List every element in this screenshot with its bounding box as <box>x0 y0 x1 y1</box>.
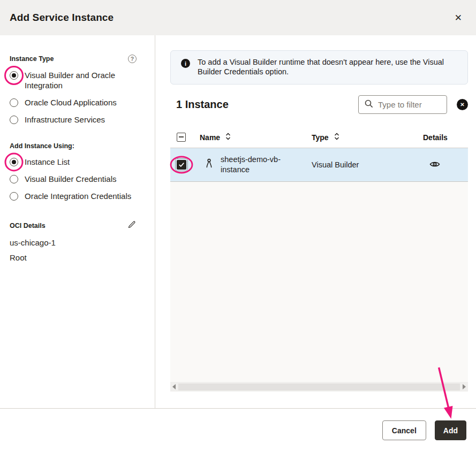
select-all-cell <box>170 133 200 142</box>
oci-region-value: us-chicago-1 <box>10 238 137 247</box>
instances-table: Name Type <box>170 127 468 392</box>
compass-icon <box>205 158 214 172</box>
radio-icon-visual-builder[interactable] <box>10 71 18 80</box>
scrollbar-right-arrow-icon[interactable] <box>463 384 466 389</box>
details-column-header: Details <box>423 133 448 142</box>
radio-label: Infrastructure Services <box>25 114 105 125</box>
dialog-body: Instance Type ? Visual Builder and Oracl… <box>0 35 476 408</box>
radio-label: Oracle Integration Credentials <box>25 191 131 201</box>
main-panel: i To add a Visual Builder runtime that d… <box>155 35 476 408</box>
table-empty-area <box>170 182 468 382</box>
radio-label: Visual Builder and Oracle Integration <box>25 70 137 90</box>
filter-input[interactable] <box>378 100 438 109</box>
details-header-cell: Details <box>423 133 468 142</box>
sort-icon-type[interactable] <box>334 132 339 143</box>
add-instance-using-label: Add Instance Using: <box>10 142 74 150</box>
info-icon: i <box>181 59 190 68</box>
instance-toolbar: 1 Instance ✕ <box>170 95 468 114</box>
oci-details-section: OCI Details us-chicago-1 Root <box>10 220 137 262</box>
radio-label: Instance List <box>25 157 70 167</box>
table-row[interactable]: sheetjs-demo-vb-instance Visual Builder <box>170 148 468 182</box>
select-all-checkbox-indeterminate[interactable] <box>177 133 186 142</box>
add-instance-using-section: Add Instance Using: Instance List Visual… <box>10 142 137 201</box>
scrollbar-thumb[interactable] <box>178 384 460 390</box>
sort-icon-name[interactable] <box>225 132 231 143</box>
help-icon[interactable]: ? <box>128 55 137 63</box>
oci-compartment-value: Root <box>10 253 137 262</box>
close-icon[interactable]: ✕ <box>452 11 464 25</box>
table-header-row: Name Type <box>170 127 468 148</box>
instance-type-section-header: Instance Type ? <box>10 55 137 63</box>
radio-option-instance-list[interactable]: Instance List <box>10 157 137 167</box>
row-checkbox-checked[interactable] <box>177 160 186 170</box>
radio-option-oracle-integration-credentials[interactable]: Oracle Integration Credentials <box>10 191 137 201</box>
radio-option-visual-builder-credentials[interactable]: Visual Builder Credentials <box>10 174 137 184</box>
horizontal-scrollbar[interactable] <box>170 382 468 392</box>
info-banner-text: To add a Visual Builder runtime that doe… <box>198 57 446 76</box>
dialog-footer: Cancel Add <box>0 408 476 452</box>
edit-pencil-icon[interactable] <box>127 220 137 231</box>
instance-type-label: Instance Type <box>10 55 54 63</box>
oci-details-header: OCI Details <box>10 220 137 231</box>
eye-icon[interactable] <box>428 159 441 171</box>
add-instance-using-header: Add Instance Using: <box>10 142 137 150</box>
radio-icon-vb-credentials[interactable] <box>10 175 18 183</box>
radio-label: Visual Builder Credentials <box>25 174 116 184</box>
type-column-header: Type <box>312 133 329 142</box>
row-checkbox-cell <box>170 160 200 170</box>
radio-option-infrastructure-services[interactable]: Infrastructure Services <box>10 114 137 125</box>
filter-box <box>358 95 447 114</box>
name-column-header: Name <box>200 133 220 142</box>
radio-icon-oi-credentials[interactable] <box>10 192 18 201</box>
radio-option-oracle-cloud-applications[interactable]: Oracle Cloud Applications <box>10 97 137 108</box>
dialog-header: Add Service Instance ✕ <box>0 0 476 35</box>
radio-label: Oracle Cloud Applications <box>25 97 117 108</box>
radio-icon-oracle-cloud-apps[interactable] <box>10 98 18 107</box>
instance-name: sheetjs-demo-vb-instance <box>221 155 297 175</box>
oci-details-label: OCI Details <box>10 222 46 229</box>
cancel-button[interactable]: Cancel <box>382 420 426 440</box>
row-name-cell: sheetjs-demo-vb-instance <box>200 155 312 175</box>
radio-icon-instance-list[interactable] <box>10 158 18 166</box>
instance-type-value: Visual Builder <box>312 160 359 170</box>
name-header-cell: Name <box>200 132 312 143</box>
instance-count-heading: 1 Instance <box>176 98 229 111</box>
clear-filter-icon[interactable]: ✕ <box>457 99 468 110</box>
type-header-cell: Type <box>312 132 423 143</box>
radio-icon-infrastructure[interactable] <box>10 116 18 124</box>
row-type-cell: Visual Builder <box>312 160 423 170</box>
dialog-title: Add Service Instance <box>10 12 114 24</box>
scrollbar-left-arrow-icon[interactable] <box>172 384 176 389</box>
add-service-instance-dialog: Add Service Instance ✕ Instance Type ? V… <box>0 0 476 452</box>
add-button[interactable]: Add <box>435 420 466 440</box>
radio-option-visual-builder-and-oracle-integration[interactable]: Visual Builder and Oracle Integration <box>10 70 137 90</box>
info-banner: i To add a Visual Builder runtime that d… <box>170 50 468 85</box>
sidebar: Instance Type ? Visual Builder and Oracl… <box>0 35 155 408</box>
search-icon <box>364 99 374 111</box>
row-details-cell <box>423 159 468 171</box>
